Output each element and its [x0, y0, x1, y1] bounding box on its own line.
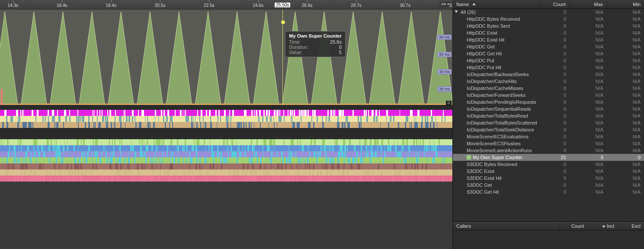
ruler-label: 24.6s	[253, 3, 263, 8]
counters-list[interactable]: All (26)0N/AN/AHttpDDC Bytes Received0N/…	[453, 9, 644, 221]
column-header-excl[interactable]: Excl	[618, 223, 644, 229]
timeline-track[interactable]	[0, 151, 452, 157]
column-header-max[interactable]: Max	[570, 2, 607, 7]
ruler-label: 32.8s	[449, 3, 452, 8]
ruler-label: 28.7s	[351, 3, 361, 8]
ruler-label: 18.4s	[106, 3, 116, 8]
table-row[interactable]: IoDispatcher/SequentialReads0N/AN/A	[453, 105, 644, 112]
ruler-label: 30.7s	[400, 3, 410, 8]
track-group[interactable]	[0, 139, 452, 182]
tooltip-title: My Own Super Counter	[289, 33, 342, 38]
expander-icon[interactable]	[455, 10, 459, 14]
y-axis-label: 80 ms	[437, 35, 452, 40]
timeline-track[interactable]	[0, 169, 452, 176]
table-row[interactable]: HttpDDC Put Hit0N/AN/A	[453, 64, 644, 71]
table-row[interactable]: S3DDC Bytes Recieved0N/AN/A	[453, 161, 644, 168]
sort-desc-icon	[602, 226, 606, 228]
timeline-track[interactable]	[0, 110, 452, 116]
timeline-track[interactable]	[0, 157, 452, 163]
callers-panel: Callers Count Incl Excl	[453, 221, 644, 249]
y-axis-label: 20 ms	[437, 86, 452, 92]
table-row[interactable]: S3DDC Exist0N/AN/A	[453, 168, 644, 175]
timeline-panel: >> • 14.3s16.4s18.4s20.5s22.5s24.6s26.6s…	[0, 0, 452, 249]
column-header-name[interactable]: Name	[453, 2, 541, 7]
counters-panel: Name Count Max Min All (26)0N/AN/AHttpDD…	[452, 0, 644, 249]
table-row[interactable]: HttpDDC Exist Hit0N/AN/A	[453, 36, 644, 43]
graph-tooltip: My Own Super Counter Time:25.6s Duration…	[285, 31, 346, 57]
table-row[interactable]: IoDispatcher/TotalBytesRead0N/AN/A	[453, 112, 644, 119]
timeline-track[interactable]	[0, 176, 452, 182]
table-row[interactable]: HttpDDC Get0N/AN/A	[453, 43, 644, 50]
table-row[interactable]: IoDispatcher/CacheHits0N/AN/A	[453, 78, 644, 85]
y-axis-label: 60 ms	[437, 52, 452, 57]
ruler-label: 16.4s	[57, 3, 67, 8]
table-row[interactable]: S3DDC Get Hit0N/AN/A	[453, 188, 644, 195]
timeline-track[interactable]	[0, 122, 452, 128]
table-row[interactable]: S3DDC Exist Hit0N/AN/A	[453, 175, 644, 182]
column-header-min[interactable]: Min	[607, 2, 644, 7]
svg-rect-0	[0, 103, 452, 105]
counter-graph[interactable]: 80 ms 60 ms 40 ms 20 ms 0 My Own Super C…	[0, 10, 452, 105]
tree-root[interactable]: All (26)0N/AN/A	[453, 9, 644, 16]
table-row[interactable]: IoDispatcher/TotalBytesScattered0N/AN/A	[453, 119, 644, 126]
timeline-track[interactable]	[0, 163, 452, 169]
column-header-count[interactable]: Count	[559, 223, 588, 229]
table-row[interactable]: My Own Super Counter2150	[453, 154, 644, 161]
callers-body	[453, 230, 644, 247]
table-row[interactable]: HttpDDC Bytes Sent0N/AN/A	[453, 22, 644, 29]
ruler-label: 22.5s	[204, 3, 214, 8]
color-swatch-icon	[467, 155, 471, 160]
column-header-callers[interactable]: Callers	[453, 223, 559, 229]
callers-header[interactable]: Callers Count Incl Excl	[453, 222, 644, 230]
table-row[interactable]: IoDispatcher/PendingIoRequests0N/AN/A	[453, 99, 644, 105]
column-header-incl[interactable]: Incl	[588, 223, 618, 229]
y-axis-zero: 0	[446, 101, 452, 105]
table-row[interactable]: MovieScene/ECSEvaluations0N/AN/A	[453, 133, 644, 140]
table-row[interactable]: IoDispatcher/ForwardSeeks0N/AN/A	[453, 92, 644, 99]
column-header-count[interactable]: Count	[541, 2, 570, 7]
sort-asc-icon	[472, 3, 476, 5]
timeline-track[interactable]	[0, 145, 452, 151]
table-row[interactable]: IoDispatcher/TotalSeekDistance0N/AN/A	[453, 126, 644, 133]
table-row[interactable]: HttpDDC Put0N/AN/A	[453, 57, 644, 64]
timeline-track[interactable]	[0, 116, 452, 122]
y-axis-label: 40 ms	[437, 69, 452, 74]
time-ruler[interactable]: >> • 14.3s16.4s18.4s20.5s22.5s24.6s26.6s…	[0, 0, 452, 10]
ruler-cursor[interactable]: 25.50s	[275, 3, 290, 7]
table-row[interactable]: MovieScene/ECSFlushes0N/AN/A	[453, 140, 644, 147]
svg-rect-1	[1, 89, 3, 105]
playhead[interactable]	[282, 10, 283, 105]
ruler-label: 14.3s	[8, 3, 18, 8]
ruler-label: 26.6s	[302, 3, 312, 8]
table-row[interactable]: HttpDDC Exist0N/AN/A	[453, 29, 644, 36]
table-row[interactable]: HttpDDC Bytes Received0N/AN/A	[453, 16, 644, 22]
table-row[interactable]: IoDispatcher/CacheMisses0N/AN/A	[453, 85, 644, 92]
table-row[interactable]: HttpDDC Get Hit0N/AN/A	[453, 50, 644, 57]
table-row[interactable]: S3DDC Get0N/AN/A	[453, 182, 644, 188]
table-row[interactable]: MovieScene/LatentActionRuns0N/AN/A	[453, 147, 644, 154]
track-group[interactable]	[0, 110, 452, 128]
ruler-label: 20.5s	[155, 3, 165, 8]
timeline-track[interactable]	[0, 139, 452, 145]
counters-header[interactable]: Name Count Max Min	[453, 0, 644, 9]
table-row[interactable]: IoDispatcher/BackwardSeeks0N/AN/A	[453, 71, 644, 78]
